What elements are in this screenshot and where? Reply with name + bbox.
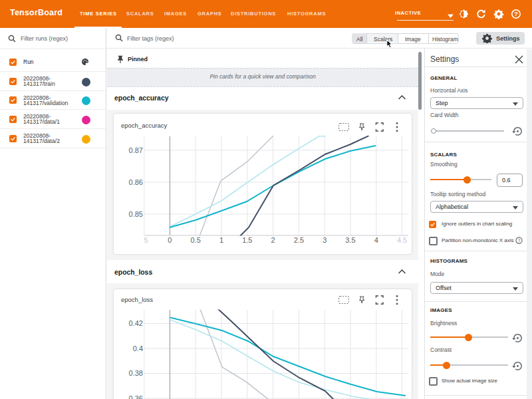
svg-text:0.85: 0.85	[129, 210, 143, 218]
svg-text:1.5: 1.5	[242, 236, 252, 244]
svg-text:0.86: 0.86	[129, 178, 143, 186]
svg-text:0.5: 0.5	[191, 236, 201, 244]
svg-text:?: ?	[517, 237, 520, 243]
svg-text:0.42: 0.42	[129, 319, 143, 327]
svg-text:2.5: 2.5	[294, 236, 304, 244]
svg-text:3: 3	[323, 236, 327, 244]
svg-text:?: ?	[514, 10, 518, 17]
svg-text:0: 0	[168, 236, 172, 244]
svg-text:0.87: 0.87	[129, 146, 143, 154]
svg-text:4: 4	[374, 236, 378, 244]
svg-text:0.36: 0.36	[129, 394, 143, 399]
svg-text:4.5: 4.5	[397, 236, 407, 244]
svg-text:1: 1	[219, 236, 223, 244]
svg-text:0.4: 0.4	[133, 344, 143, 352]
svg-text:5: 5	[144, 236, 148, 244]
svg-text:0.38: 0.38	[129, 369, 143, 377]
svg-text:3.5: 3.5	[345, 236, 355, 244]
svg-text:2: 2	[271, 236, 275, 244]
